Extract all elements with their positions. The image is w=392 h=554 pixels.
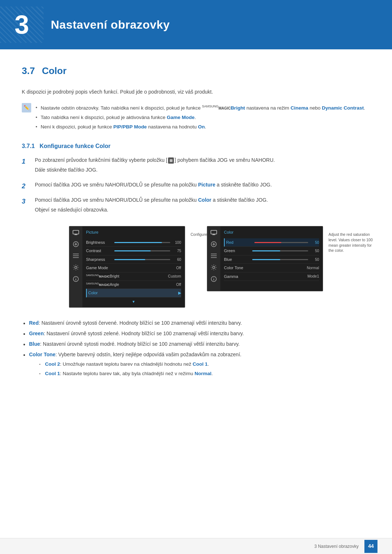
note-item-3: Není k dispozici, pokud je funkce PIP/PB…: [36, 122, 365, 132]
menu-row-brightness: Brightness 100: [86, 238, 181, 247]
footer-page-number: 44: [364, 540, 377, 553]
menu-row-green: Green 50: [224, 247, 319, 255]
menu-icon-menu-2: [210, 253, 218, 259]
svg-point-22: [213, 266, 215, 268]
step-1: 1 Po zobrazení průvodce funkčními tlačít…: [22, 156, 370, 176]
bullet-item-red: Red: Nastavení úrovně sytosti červené. H…: [22, 319, 370, 327]
intro-text: K dispozici je podrobný popis všech funk…: [22, 88, 370, 96]
screen2-annotation: Adjust the red saturation level. Values …: [328, 232, 376, 253]
screen1: Picture Brightness 100 Contrast 75: [69, 226, 185, 308]
bullet-item-blue: Blue: Nastavení úrovně sytosti modré. Ho…: [22, 340, 370, 348]
menu-row-gamemode: Game Mode Off: [86, 264, 181, 272]
menu-icon-monitor-2: [210, 229, 218, 236]
svg-rect-0: [73, 230, 79, 234]
note-list: Nastavte odstín obrazovky. Tato nabídka …: [36, 103, 365, 132]
step-3: 3 Pomocí tlačítka JOG ve směru NAHORU/DO…: [22, 196, 370, 216]
bullet-item-green: Green: Nastavení úrovně sytosti zelené. …: [22, 330, 370, 337]
step-number-3: 3: [22, 197, 30, 206]
menu-row-sharpness: Sharpness 60: [86, 255, 181, 264]
menu-row-magicbright: SAMSUNGMAGICBright Custom: [86, 272, 181, 281]
menu-row-color-active: Color ▶: [86, 289, 181, 297]
menu-row-gamma: Gamma Mode1: [224, 272, 319, 281]
note-item-1: Nastavte odstín obrazovky. Tato nabídka …: [36, 103, 365, 113]
sub-bullet-cool2: Cool 2: Umožňuje nastavit teplotu barev …: [39, 361, 370, 368]
jog-icon: ⊞: [168, 157, 174, 164]
svg-point-12: [75, 278, 76, 278]
note-box: ✏️ Nastavte odstín obrazovky. Tato nabíd…: [22, 103, 370, 132]
menu-icons-1: [69, 226, 82, 307]
menu-row-blue: Blue 50: [224, 255, 319, 264]
subsection-heading: 3.7.1 Konfigurace funkce Color: [22, 142, 370, 151]
step-content-1: Po zobrazení průvodce funkčními tlačítky…: [35, 156, 370, 176]
menu-icon-adjust-2: [210, 241, 218, 247]
menu-row-red: Red 50: [224, 238, 319, 247]
menu-row-colortone: Color Tone Normal: [224, 264, 319, 272]
note-content: Nastavte odstín obrazovky. Tato nabídka …: [36, 103, 365, 132]
step-number-2: 2: [22, 181, 30, 191]
menu-icon-info: [72, 276, 80, 282]
screen2: Color Red 50 Green 50: [207, 226, 323, 291]
chapter-number: 3: [0, 7, 44, 43]
screen2-block: Color Red 50 Green 50: [207, 226, 323, 308]
menu-icon-adjust: [72, 241, 80, 247]
step-number-1: 1: [22, 157, 30, 167]
section-heading: 3.7 Color: [22, 64, 370, 81]
menu-icons-2: [207, 226, 220, 291]
svg-point-9: [75, 266, 77, 268]
menu-row-magicangle: SAMSUNGMAGICAngle Off: [86, 281, 181, 289]
bullet-item-colortone: Color Tone: Vyberte barevný odstín, kter…: [22, 351, 370, 378]
page-header: 3 Nastavení obrazovky: [0, 0, 392, 49]
sub-bullet-cool1: Cool 1: Nastavte teplotu barev tak, aby …: [39, 370, 370, 377]
scroll-indicator-1: ▼: [86, 299, 181, 304]
step-content-2: Pomocí tlačítka JOG ve směru NAHORU/DOLŮ…: [35, 181, 370, 191]
screenshots-area: Picture Brightness 100 Contrast 75: [22, 226, 370, 308]
main-content: 3.7 Color K dispozici je podrobný popis …: [0, 49, 392, 406]
screen2-title: Color: [224, 229, 319, 235]
menu-content-2: Color Red 50 Green 50: [220, 226, 323, 291]
sub-bullet-list: Cool 2: Umožňuje nastavit teplotu barev …: [39, 361, 370, 378]
menu-icon-monitor: [72, 229, 80, 236]
footer-text: 3 Nastavení obrazovky: [314, 543, 359, 550]
screen1-title: Picture: [86, 229, 181, 235]
note-icon: ✏️: [22, 103, 31, 112]
menu-content-1: Picture Brightness 100 Contrast 75: [82, 226, 185, 307]
menu-icon-info-2: [210, 276, 218, 282]
bullet-list: Red: Nastavení úrovně sytosti červené. H…: [22, 319, 370, 378]
menu-icon-gear-2: [210, 264, 218, 271]
chapter-title: Nastavení obrazovky: [51, 16, 170, 33]
step-2: 2 Pomocí tlačítka JOG ve směru NAHORU/DO…: [22, 181, 370, 191]
menu-icon-gear: [72, 264, 80, 271]
note-item-2: Tato nabídka není k dispozici, pokud je …: [36, 113, 365, 122]
screen1-block: Picture Brightness 100 Contrast 75: [69, 226, 185, 308]
step-content-3: Pomocí tlačítka JOG ve směru NAHORU/DOLŮ…: [35, 196, 370, 216]
page-footer: 3 Nastavení obrazovky 44: [0, 538, 392, 554]
svg-rect-13: [211, 230, 217, 234]
svg-point-25: [213, 278, 214, 278]
menu-row-contrast: Contrast 75: [86, 247, 181, 255]
menu-icon-menu: [72, 253, 80, 259]
